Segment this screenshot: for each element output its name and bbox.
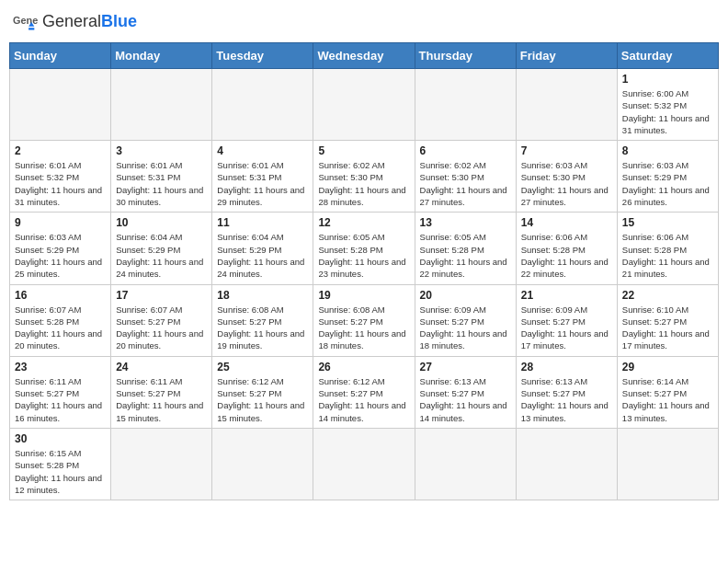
weekday-header: Sunday	[10, 43, 111, 69]
day-number: 28	[521, 361, 612, 373]
weekday-header-row: SundayMondayTuesdayWednesdayThursdayFrid…	[10, 43, 719, 69]
calendar-cell: 27Sunrise: 6:13 AM Sunset: 5:27 PM Dayli…	[415, 356, 516, 428]
day-info: Sunrise: 6:12 AM Sunset: 5:27 PM Dayligh…	[318, 375, 409, 424]
weekday-header: Saturday	[617, 43, 718, 69]
calendar-cell: 7Sunrise: 6:03 AM Sunset: 5:30 PM Daylig…	[516, 141, 617, 213]
page-header: General GeneralBlue	[9, 9, 719, 35]
day-number: 15	[622, 216, 713, 229]
calendar-cell: 26Sunrise: 6:12 AM Sunset: 5:27 PM Dayli…	[313, 356, 415, 428]
day-number: 21	[521, 289, 612, 302]
day-number: 14	[521, 216, 612, 229]
day-number: 17	[116, 289, 207, 302]
calendar-cell: 24Sunrise: 6:11 AM Sunset: 5:27 PM Dayli…	[111, 356, 212, 428]
calendar-cell: 1Sunrise: 6:00 AM Sunset: 5:32 PM Daylig…	[617, 69, 718, 141]
calendar-week-row: 30Sunrise: 6:15 AM Sunset: 5:28 PM Dayli…	[10, 428, 719, 500]
day-number: 20	[420, 289, 511, 302]
calendar-cell: 9Sunrise: 6:03 AM Sunset: 5:29 PM Daylig…	[10, 213, 111, 284]
calendar-cell	[111, 69, 212, 141]
calendar-cell: 29Sunrise: 6:14 AM Sunset: 5:27 PM Dayli…	[617, 356, 718, 428]
day-info: Sunrise: 6:05 AM Sunset: 5:28 PM Dayligh…	[420, 231, 511, 280]
calendar-cell: 8Sunrise: 6:03 AM Sunset: 5:29 PM Daylig…	[617, 141, 718, 213]
day-info: Sunrise: 6:03 AM Sunset: 5:30 PM Dayligh…	[521, 159, 612, 208]
svg-rect-2	[28, 28, 34, 29]
weekday-header: Wednesday	[313, 43, 415, 69]
day-info: Sunrise: 6:01 AM Sunset: 5:31 PM Dayligh…	[116, 159, 207, 208]
calendar-cell: 23Sunrise: 6:11 AM Sunset: 5:27 PM Dayli…	[10, 356, 111, 428]
calendar-cell: 2Sunrise: 6:01 AM Sunset: 5:32 PM Daylig…	[10, 141, 111, 213]
day-number: 5	[318, 144, 409, 157]
calendar-cell	[212, 69, 313, 141]
calendar-cell	[516, 69, 617, 141]
weekday-header: Monday	[111, 43, 212, 69]
day-number: 22	[622, 289, 713, 302]
day-number: 29	[622, 361, 713, 373]
day-number: 25	[217, 361, 308, 373]
calendar-cell: 15Sunrise: 6:06 AM Sunset: 5:28 PM Dayli…	[617, 213, 718, 284]
calendar-cell: 28Sunrise: 6:13 AM Sunset: 5:27 PM Dayli…	[516, 356, 617, 428]
calendar-cell	[313, 69, 415, 141]
day-info: Sunrise: 6:10 AM Sunset: 5:27 PM Dayligh…	[622, 304, 713, 352]
day-number: 9	[15, 216, 106, 229]
svg-text:General: General	[13, 15, 39, 26]
day-info: Sunrise: 6:02 AM Sunset: 5:30 PM Dayligh…	[318, 159, 409, 208]
calendar-cell	[111, 428, 212, 500]
calendar-cell: 18Sunrise: 6:08 AM Sunset: 5:27 PM Dayli…	[212, 284, 313, 356]
day-number: 30	[15, 432, 106, 445]
day-info: Sunrise: 6:03 AM Sunset: 5:29 PM Dayligh…	[622, 159, 713, 208]
day-number: 12	[318, 216, 409, 229]
day-number: 10	[116, 216, 207, 229]
day-info: Sunrise: 6:05 AM Sunset: 5:28 PM Dayligh…	[318, 231, 409, 280]
weekday-header: Tuesday	[212, 43, 313, 69]
day-number: 27	[420, 361, 511, 373]
day-number: 6	[420, 144, 511, 157]
calendar-cell: 25Sunrise: 6:12 AM Sunset: 5:27 PM Dayli…	[212, 356, 313, 428]
logo-text: GeneralBlue	[42, 12, 137, 32]
calendar-week-row: 2Sunrise: 6:01 AM Sunset: 5:32 PM Daylig…	[10, 141, 719, 213]
day-info: Sunrise: 6:06 AM Sunset: 5:28 PM Dayligh…	[622, 231, 713, 280]
day-info: Sunrise: 6:01 AM Sunset: 5:31 PM Dayligh…	[217, 159, 308, 208]
day-info: Sunrise: 6:14 AM Sunset: 5:27 PM Dayligh…	[622, 375, 713, 424]
day-number: 19	[318, 289, 409, 302]
calendar-cell: 20Sunrise: 6:09 AM Sunset: 5:27 PM Dayli…	[415, 284, 516, 356]
day-number: 18	[217, 289, 308, 302]
day-number: 8	[622, 144, 713, 157]
day-number: 13	[420, 216, 511, 229]
weekday-header: Thursday	[415, 43, 516, 69]
day-number: 24	[116, 361, 207, 373]
calendar-cell: 30Sunrise: 6:15 AM Sunset: 5:28 PM Dayli…	[10, 428, 111, 500]
day-info: Sunrise: 6:00 AM Sunset: 5:32 PM Dayligh…	[622, 87, 713, 136]
day-info: Sunrise: 6:02 AM Sunset: 5:30 PM Dayligh…	[420, 159, 511, 208]
calendar-week-row: 9Sunrise: 6:03 AM Sunset: 5:29 PM Daylig…	[10, 213, 719, 284]
day-info: Sunrise: 6:04 AM Sunset: 5:29 PM Dayligh…	[217, 231, 308, 280]
day-info: Sunrise: 6:12 AM Sunset: 5:27 PM Dayligh…	[217, 375, 308, 424]
day-number: 3	[116, 144, 207, 157]
calendar-cell: 6Sunrise: 6:02 AM Sunset: 5:30 PM Daylig…	[415, 141, 516, 213]
calendar-cell: 3Sunrise: 6:01 AM Sunset: 5:31 PM Daylig…	[111, 141, 212, 213]
day-number: 1	[622, 73, 713, 86]
day-info: Sunrise: 6:13 AM Sunset: 5:27 PM Dayligh…	[420, 375, 511, 424]
calendar-cell: 19Sunrise: 6:08 AM Sunset: 5:27 PM Dayli…	[313, 284, 415, 356]
day-info: Sunrise: 6:11 AM Sunset: 5:27 PM Dayligh…	[15, 375, 106, 424]
day-number: 26	[318, 361, 409, 373]
day-info: Sunrise: 6:09 AM Sunset: 5:27 PM Dayligh…	[420, 304, 511, 352]
weekday-header: Friday	[516, 43, 617, 69]
calendar-cell: 12Sunrise: 6:05 AM Sunset: 5:28 PM Dayli…	[313, 213, 415, 284]
day-number: 2	[15, 144, 106, 157]
logo: General GeneralBlue	[13, 9, 137, 35]
calendar-cell: 21Sunrise: 6:09 AM Sunset: 5:27 PM Dayli…	[516, 284, 617, 356]
calendar-cell	[212, 428, 313, 500]
day-info: Sunrise: 6:15 AM Sunset: 5:28 PM Dayligh…	[15, 447, 106, 496]
calendar-cell	[617, 428, 718, 500]
calendar-cell: 17Sunrise: 6:07 AM Sunset: 5:27 PM Dayli…	[111, 284, 212, 356]
day-info: Sunrise: 6:09 AM Sunset: 5:27 PM Dayligh…	[521, 304, 612, 352]
calendar-cell	[516, 428, 617, 500]
day-info: Sunrise: 6:06 AM Sunset: 5:28 PM Dayligh…	[521, 231, 612, 280]
calendar-cell: 5Sunrise: 6:02 AM Sunset: 5:30 PM Daylig…	[313, 141, 415, 213]
calendar-cell	[415, 69, 516, 141]
day-info: Sunrise: 6:03 AM Sunset: 5:29 PM Dayligh…	[15, 231, 106, 280]
day-info: Sunrise: 6:13 AM Sunset: 5:27 PM Dayligh…	[521, 375, 612, 424]
calendar-cell	[415, 428, 516, 500]
calendar-week-row: 16Sunrise: 6:07 AM Sunset: 5:28 PM Dayli…	[10, 284, 719, 356]
calendar-cell: 14Sunrise: 6:06 AM Sunset: 5:28 PM Dayli…	[516, 213, 617, 284]
calendar-cell: 4Sunrise: 6:01 AM Sunset: 5:31 PM Daylig…	[212, 141, 313, 213]
